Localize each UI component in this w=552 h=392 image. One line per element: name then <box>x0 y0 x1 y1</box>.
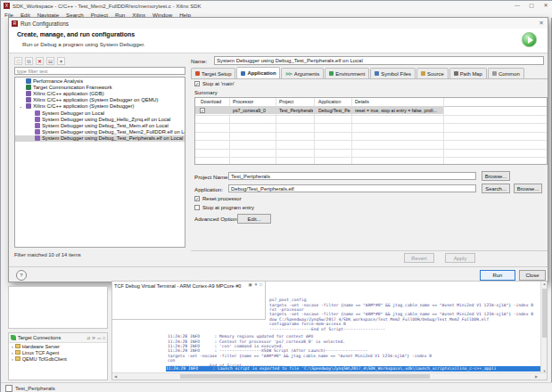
target-connection-item[interactable]: › Linux TCF Agent <box>9 349 107 355</box>
application-search-button[interactable]: Search... <box>482 184 510 193</box>
console-vertical-scrollbar[interactable]: ▲ ▼ <box>540 282 547 373</box>
download-checkbox[interactable]: ✓ <box>200 108 205 113</box>
maximize-button[interactable]: ▢ <box>524 1 539 11</box>
tree-item-xilinx-app-gdb[interactable]: Xilinx C/C++ application (GDB) <box>15 90 185 96</box>
tree-item-sysdbg-local[interactable]: System Debugger on Local <box>15 110 185 116</box>
expander-right-icon[interactable]: › <box>12 356 13 362</box>
duplicate-configuration-icon[interactable]: ⧉ <box>25 57 33 65</box>
run-button[interactable]: Run <box>480 270 515 281</box>
tree-item-xilinx-app-system-debugger[interactable]: ⌄Xilinx C/C++ application (System Debugg… <box>15 103 185 110</box>
symbol-files-icon <box>375 71 379 76</box>
scroll-left-icon[interactable]: ◀ <box>112 374 119 379</box>
expander-right-icon[interactable]: › <box>12 350 13 355</box>
scroll-thumb[interactable] <box>180 374 430 379</box>
maximize-view-icon[interactable]: □ <box>103 336 105 340</box>
tcf-terminal-panel[interactable]: TCF Debug Virtual Terminal - ARM Cortex-… <box>111 281 266 320</box>
close-dialog-button[interactable]: Close <box>519 270 546 281</box>
application-browse-button[interactable]: Browse... <box>514 184 542 193</box>
col-project[interactable]: Project <box>279 99 293 104</box>
filter-menu-icon[interactable]: ▾ <box>57 57 65 65</box>
window-title: SDK_Workspace - C/C++ - Test_Mem2_FullDD… <box>12 4 202 9</box>
console-view[interactable]: ps7_post_configtargets -set -nocase -fil… <box>111 281 548 380</box>
tab-arguments[interactable]: (x)=Arguments <box>281 68 324 78</box>
debug-config-icon <box>35 117 40 122</box>
tab-path-map[interactable]: Path Map <box>449 68 487 78</box>
application-input[interactable]: Debug/Test_Peripherals.elf <box>228 184 476 192</box>
scroll-thumb[interactable] <box>542 289 547 338</box>
table-gridline <box>195 149 547 150</box>
display-selected-console-icon[interactable]: ▼ <box>254 282 258 287</box>
dialog-titlebar[interactable]: R Run Configurations ✕ <box>9 18 548 29</box>
minimize-view-icon[interactable]: ▭ <box>97 336 101 340</box>
connect-icon[interactable]: ⇄ <box>87 336 90 340</box>
scroll-right-icon[interactable]: ▶ <box>533 374 540 379</box>
dialog-close-icon[interactable]: ✕ <box>535 20 548 27</box>
table-gridline <box>195 132 547 133</box>
console-horizontal-scrollbar[interactable]: ◀ ▶ <box>112 372 547 380</box>
table-gridline <box>195 140 547 141</box>
checkbox-unchecked-icon[interactable] <box>194 205 200 210</box>
run-orb-icon <box>522 32 537 47</box>
application-icon <box>241 71 245 76</box>
tree-item-target-communication-framework[interactable]: Target Communication Framework <box>15 84 185 90</box>
dialog-header-title: Create, manage, and run configurations <box>17 31 135 37</box>
main-window: X SDK_Workspace - C/C++ - Test_Mem2_Full… <box>0 0 552 392</box>
target-connections-view: Target Connections ⇄ ⟳ ▭ □ › Hardware Se… <box>8 332 108 380</box>
tab-application[interactable]: Application <box>236 67 280 78</box>
run-configurations-dialog: R Run Configurations ✕ Create, manage, a… <box>8 17 548 282</box>
status-text: Test_Peripherals <box>15 386 55 391</box>
xilinx-sdk-icon: X <box>4 3 10 9</box>
debug-config-icon <box>35 110 40 116</box>
name-input[interactable]: System Debugger using Debug_Test_Periphe… <box>214 56 544 65</box>
close-button[interactable]: ✕ <box>539 1 552 11</box>
minimize-button[interactable]: — <box>510 1 524 11</box>
cell-processor: ps7_cortexa9_0 <box>233 108 274 113</box>
target-connection-item[interactable]: › QEMU TcfGdbClient <box>9 355 107 362</box>
application-label: Application: <box>194 186 223 192</box>
reset-processor-checkbox[interactable]: ✓ Reset processor <box>194 196 242 201</box>
revert-button[interactable]: Revert <box>404 253 434 263</box>
configuration-tree[interactable]: Performance Analysis Target Communicatio… <box>14 77 185 248</box>
stop-at-program-entry-checkbox[interactable]: Stop at program entry <box>194 205 254 210</box>
col-download[interactable]: Download <box>201 99 221 104</box>
apply-button[interactable]: Apply <box>445 253 475 263</box>
dialog-title: Run Configurations <box>21 20 69 27</box>
help-button[interactable]: ? <box>16 270 27 281</box>
tree-item-performance-analysis[interactable]: Performance Analysis <box>15 78 185 84</box>
tab-source[interactable]: Source <box>416 68 449 78</box>
project-browse-button[interactable]: Browse... <box>482 171 510 181</box>
tab-symbol-files[interactable]: Symbol Files <box>370 68 416 78</box>
col-processor[interactable]: Processor <box>233 99 253 104</box>
checkbox-checked-icon[interactable]: ✓ <box>194 196 200 201</box>
advanced-options-edit-button[interactable]: Edit... <box>237 214 271 224</box>
target-connections-tab[interactable]: Target Connections ⇄ ⟳ ▭ □ <box>9 333 107 343</box>
tab-target-setup[interactable]: Target Setup <box>191 68 235 78</box>
pin-console-icon[interactable]: ▣ <box>249 282 252 287</box>
checkbox-checked-icon[interactable]: ✓ <box>194 81 200 86</box>
expander-down-icon[interactable]: ⌄ <box>19 103 22 109</box>
tree-item-sysdbg-hello-zynq[interactable]: System Debugger using Debug_Hello_Zynq.e… <box>15 116 185 122</box>
tree-item-sysdbg-test-mem2-fullddr[interactable]: System Debugger using Debug_Test_Mem2_Fu… <box>15 129 185 135</box>
delete-configuration-icon[interactable]: ✕ <box>36 57 44 65</box>
open-console-icon[interactable]: □ <box>260 282 262 287</box>
console-selected-line[interactable]: 11:24:29 INFO : Launch script is exporte… <box>166 366 540 372</box>
expander-right-icon[interactable]: › <box>12 344 13 349</box>
tab-environment[interactable]: Environment <box>325 68 369 78</box>
col-application[interactable]: Application <box>318 99 341 104</box>
scroll-up-icon[interactable]: ▲ <box>541 282 548 286</box>
source-icon <box>421 71 425 76</box>
filter-input[interactable]: type filter text <box>14 67 185 75</box>
project-name-input[interactable]: Test_Peripherals <box>228 172 476 180</box>
refresh-icon[interactable]: ⟳ <box>92 336 95 340</box>
stop-at-main-checkbox[interactable]: ✓ Stop at 'main' <box>194 81 235 86</box>
tab-common[interactable]: Common <box>488 68 524 78</box>
col-details[interactable]: Details <box>355 99 369 104</box>
tree-item-xilinx-app-qemu[interactable]: Xilinx C/C++ application (System Debugge… <box>15 97 185 103</box>
status-file-icon <box>5 385 12 392</box>
tree-item-sysdbg-test-mem[interactable]: System Debugger using Debug_Test_Mem.elf… <box>15 122 185 128</box>
tree-item-sysdbg-test-peripherals[interactable]: System Debugger using Debug_Test_Periphe… <box>15 135 185 142</box>
summary-table[interactable]: Download Processor Project Application D… <box>194 97 548 165</box>
target-connection-item[interactable]: › Hardware Server <box>9 343 107 349</box>
new-configuration-icon[interactable]: □ <box>14 57 22 65</box>
collapse-all-icon[interactable]: ⊟ <box>46 57 54 65</box>
